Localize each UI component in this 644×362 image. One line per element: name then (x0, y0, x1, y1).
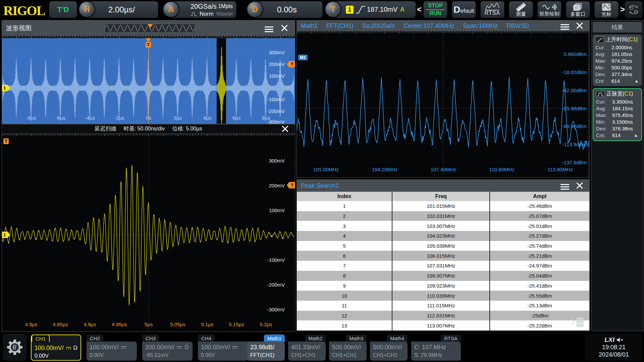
peak-table-cell: 8 (297, 271, 392, 281)
result-row: Dev:376.38ns (596, 125, 639, 132)
math-tile-math1[interactable]: Math123.98dB/FFT(CH1) (247, 335, 285, 361)
channel-tile-ch2[interactable]: CH2100.00mV/0.00V (87, 335, 137, 361)
waveform-voltage-label: 300mV (269, 50, 285, 55)
peak-table-row[interactable]: 5105.039MHz-25.74dBm (297, 241, 589, 251)
delay-voltage-label: 200mV (269, 183, 285, 188)
fft-readout: Center:107.40MHz (404, 22, 454, 29)
rise-time-icon (595, 37, 604, 43)
peak-table-row[interactable]: 7107.031MHz-24.97dBm (297, 261, 589, 271)
trigger-position-tag[interactable]: T (146, 42, 151, 48)
acquire-knob[interactable]: A (163, 1, 179, 18)
system-menu-tile[interactable]: R (3, 334, 27, 361)
clock-tile[interactable]: LXI 19:08:21 2024/08/01 (585, 334, 642, 361)
loop-display-button[interactable] (625, 1, 643, 18)
channel-tile-ch4[interactable]: CH4100.00mV/0.00V (198, 335, 248, 361)
delay-sweep-panel: 延迟扫描 时基: 50.00ns/div 位移: 5.00µs T 1 T 30… (2, 124, 295, 332)
collapse-left-icon[interactable]: < (417, 5, 422, 14)
rect-draw-button[interactable]: 矩形绘制 (537, 1, 561, 18)
delay-knob[interactable]: D (247, 1, 263, 18)
peak-table-row[interactable]: 1101.015MHz-25.46dBm (297, 201, 589, 211)
svg-text:R: R (12, 344, 16, 351)
rtsa-button[interactable]: RTSA (480, 1, 504, 18)
result-card-pulse-width[interactable]: 正脉宽(C1)Cur:3.3500nsAvg:184.15nsMax:975.4… (593, 88, 642, 141)
channel-tile-ch1[interactable]: CH1100.00mV/Ω0.00V (31, 335, 81, 361)
result-row: Min:500.00ps (595, 64, 639, 71)
math-tile-math2[interactable]: Math2401.33mV/CH1+CH1 (288, 335, 326, 361)
fft-readout: Span:16MHz (463, 22, 498, 29)
acquire-tile[interactable]: 20GSa/s Norm 1Mpts 50ps/pt (171, 1, 236, 18)
run-label: RUN (430, 11, 441, 16)
peak-table-cell: 112.031MHz (392, 311, 490, 321)
peak-table-cell: 13 (297, 320, 392, 330)
peak-table-row[interactable]: 6106.015MHz-25.21dBm (297, 251, 589, 261)
math-tile-math3[interactable]: Math3500.00mV/CH1+CH1 (329, 335, 367, 361)
fft-close-icon[interactable] (576, 22, 583, 29)
preview-trigger-marker[interactable] (148, 24, 153, 28)
waveform-trace (2, 36, 295, 124)
peak-table-row[interactable]: 8108.007MHz-25.04dBm (297, 271, 589, 281)
peak-table-row[interactable]: 9109.023MHz-25.41dBm (297, 281, 589, 291)
peak-table-cell: 5 (297, 241, 392, 251)
peak-table-cell: 106.015MHz (392, 251, 490, 261)
fft-db-label: -113.9dBm (562, 141, 587, 147)
collapse-triangle-icon[interactable]: ▲ (634, 133, 638, 138)
wave-move-icon (542, 3, 557, 11)
peak-table-more-icon[interactable] (571, 317, 585, 328)
peak-table-cell: 108.007MHz (392, 271, 490, 281)
delay-sweep-plot[interactable]: T 1 T 300mV200mV100mV-100mV-200mV-300mV … (2, 134, 295, 331)
result-name: 正脉宽(C1) (606, 90, 633, 98)
peak-table-cell: -24.97dBm (490, 261, 589, 271)
peak-table-row[interactable]: 13113.007MHz-25.22dBm (297, 320, 589, 330)
peak-table-row[interactable]: 2102.031MHz-25.07dBm (297, 211, 589, 221)
waveform-plot[interactable]: T 1 T 300mV200mV100mV-100mV-200mV-300mV … (2, 36, 295, 124)
result-row: Avg:181.05ns (595, 51, 639, 57)
fft-db-label: 5.960dBm (564, 51, 587, 57)
result-row: Max:975.45ns (596, 112, 639, 118)
delay-voltage-label: 100mV (269, 207, 285, 213)
trigger-knob[interactable]: T (325, 1, 341, 18)
cursor-button[interactable]: A B 光标 (594, 1, 619, 18)
trigger-sweep-auto: A (400, 6, 405, 13)
rtsa-tile[interactable]: RTSAC: 107.MHzS: 29.9MHz (411, 335, 461, 361)
result-row: Avg:184.15ns (596, 105, 639, 112)
peak-table-row[interactable]: 4104.023MHz-25.27dBm (297, 231, 589, 241)
horizontal-knob[interactable]: H (78, 1, 95, 18)
delay-tile[interactable]: 0.00s (255, 1, 323, 18)
result-card-rise-time[interactable]: 上升时间(C1)Cur:2.0000nsAvg:181.05nsMax:974.… (593, 35, 642, 86)
waveform-menu-icon[interactable] (265, 25, 273, 31)
trigger-position-marker[interactable] (146, 38, 151, 42)
timebase-preview-strip[interactable] (105, 24, 195, 33)
waveform-view-header: 波形视图 (2, 20, 295, 36)
waveform-close-icon[interactable] (281, 24, 288, 32)
collapse-triangle-icon[interactable]: ▲ (634, 78, 639, 83)
channel-tile-ch3[interactable]: CH3200.00mV/Ω-95.51mV (142, 335, 193, 361)
fft-menu-icon[interactable] (560, 23, 569, 29)
stop-run-button[interactable]: STOP RUN (423, 1, 447, 18)
waveform-voltage-label: 100mV (269, 73, 285, 79)
peak-table-cell: 111.015MHz (392, 301, 490, 311)
peak-menu-icon[interactable] (560, 183, 569, 189)
peak-table-cell: 2 (297, 211, 392, 221)
horizontal-tile[interactable]: 2.00µs/ (87, 1, 158, 18)
measure-button[interactable]: 测量 (509, 1, 533, 18)
peak-table-row[interactable]: 12112.031MHz-25dBm (297, 311, 589, 321)
fft-plot[interactable]: M1 5.960dBm-18.02dBm-42.00dBm-65.98dBm-8… (297, 31, 589, 177)
delay-close-icon[interactable] (281, 125, 289, 133)
trigger-tile[interactable]: 1 187.10mV A (333, 1, 416, 18)
expand-right-icon[interactable]: > (620, 5, 625, 14)
peak-table-row[interactable]: 3103.007MHz-25.01dBm (297, 221, 589, 231)
waveform-voltage-label: 200mV (269, 61, 285, 67)
memory-depth: 1Mpts (218, 3, 233, 9)
waveform-voltage-label: -200mV (267, 108, 285, 114)
multi-window-button[interactable]: 多窗口 (566, 1, 590, 18)
math-tile-math4[interactable]: Math4500.00mV/CH1+CH1 (370, 335, 408, 361)
delay-trigger-tag[interactable]: T (3, 138, 9, 144)
default-button[interactable]: Default (452, 1, 476, 18)
trigger-level: 187.10mV (367, 6, 397, 13)
peak-table-row[interactable]: 11111.015MHz-25.13dBm (297, 301, 589, 311)
trigger-status-tile[interactable]: T'D (49, 1, 77, 18)
peak-close-icon[interactable] (576, 182, 583, 189)
peak-table-row[interactable]: 10110.039MHz-25.55dBm (297, 291, 589, 301)
fft-db-label: -89.96dBm (562, 123, 587, 129)
math1-badge[interactable]: M1 (298, 55, 308, 60)
